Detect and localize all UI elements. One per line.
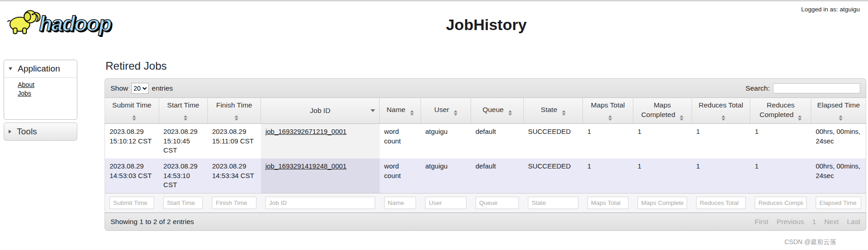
sort-icon bbox=[184, 115, 187, 121]
sort-icon bbox=[680, 115, 683, 121]
sort-icon bbox=[608, 115, 612, 121]
application-nav-box: Application AboutJobs bbox=[4, 60, 77, 120]
filter-input-finish-time[interactable] bbox=[212, 197, 256, 209]
show-label: Show bbox=[110, 84, 128, 92]
column-label: Start Time bbox=[167, 101, 200, 109]
column-label: State bbox=[541, 106, 557, 113]
filter-input-state[interactable] bbox=[528, 197, 578, 209]
sort-icon bbox=[839, 115, 843, 121]
tools-section-toggle[interactable]: Tools bbox=[4, 122, 77, 141]
column-header-queue[interactable]: Queue bbox=[471, 98, 524, 124]
sort-icon bbox=[562, 110, 566, 116]
entries-label: entries bbox=[152, 84, 173, 92]
column-label: Elapsed Time bbox=[817, 101, 860, 109]
cell-job-id: job_1693291419248_0001 bbox=[261, 158, 380, 194]
column-header-state[interactable]: State bbox=[523, 98, 583, 124]
column-label: Reduces Completed bbox=[759, 101, 794, 118]
table-row: 2023.08.29 14:53:03 CST2023.08.29 14:53:… bbox=[105, 158, 866, 194]
column-label: User bbox=[434, 106, 449, 113]
filter-input-user[interactable] bbox=[425, 197, 466, 209]
jobhistory-page: Logged in as: atguigu hadoop JobHistory bbox=[0, 0, 868, 250]
cell-user: atguigu bbox=[421, 123, 471, 158]
table-footer: Showing 1 to 2 of 2 entries FirstPreviou… bbox=[105, 213, 866, 231]
filter-row bbox=[105, 194, 866, 213]
cell-maps-completed: 1 bbox=[633, 123, 692, 158]
column-header-reduces-total[interactable]: Reduces Total bbox=[692, 98, 750, 124]
cell-finish-time: 2023.08.29 15:11:09 CST bbox=[207, 123, 261, 158]
column-label: Job ID bbox=[310, 107, 331, 114]
pagination-last[interactable]: Last bbox=[847, 218, 860, 226]
hadoop-logo[interactable]: hadoop bbox=[5, 7, 111, 35]
cell-user: atguigu bbox=[421, 158, 471, 194]
page-size-select[interactable]: 20 bbox=[131, 83, 149, 94]
pagination-first[interactable]: First bbox=[755, 218, 768, 226]
job-id-link[interactable]: job_1693292671219_0001 bbox=[266, 128, 347, 135]
filter-input-submit-time[interactable] bbox=[110, 197, 154, 209]
section-heading: Retired Jobs bbox=[105, 60, 865, 72]
job-id-link[interactable]: job_1693291419248_0001 bbox=[266, 162, 347, 170]
caret-right-icon bbox=[9, 130, 11, 133]
sort-icon bbox=[798, 115, 802, 121]
search-label: Search: bbox=[746, 84, 770, 92]
pagination-next[interactable]: Next bbox=[824, 218, 839, 226]
cell-state: SUCCEEDED bbox=[523, 123, 583, 158]
search-input[interactable] bbox=[773, 83, 860, 93]
cell-reduces-completed: 1 bbox=[750, 123, 811, 158]
cell-name: word count bbox=[380, 158, 421, 194]
column-header-user[interactable]: User bbox=[421, 98, 471, 124]
cell-elapsed-time: 00hrs, 00mins, 24sec bbox=[811, 123, 866, 158]
column-label: Maps Total bbox=[591, 101, 625, 109]
cell-reduces-total: 1 bbox=[692, 158, 750, 194]
filter-input-elapsed-time[interactable] bbox=[816, 197, 861, 209]
sort-icon bbox=[235, 115, 238, 121]
pagination-previous[interactable]: Previous bbox=[777, 218, 804, 226]
tools-section-label: Tools bbox=[17, 127, 37, 137]
filter-input-reduces-completed[interactable] bbox=[755, 197, 807, 209]
application-section-toggle[interactable]: Application bbox=[4, 60, 77, 78]
sort-icon bbox=[508, 110, 512, 116]
column-header-submit-time[interactable]: Submit Time bbox=[105, 98, 159, 124]
hadoop-elephant-icon bbox=[5, 7, 44, 35]
filter-input-job-id[interactable] bbox=[266, 197, 375, 209]
sort-desc-icon bbox=[371, 109, 375, 112]
column-header-start-time[interactable]: Start Time bbox=[159, 98, 207, 124]
cell-reduces-completed: 1 bbox=[750, 158, 811, 194]
pagination: FirstPrevious1NextLast bbox=[755, 218, 860, 226]
sort-icon bbox=[410, 110, 414, 116]
column-header-job-id[interactable]: Job ID bbox=[261, 98, 380, 124]
cell-reduces-total: 1 bbox=[692, 123, 750, 158]
pagination-page-1[interactable]: 1 bbox=[812, 218, 816, 226]
cell-queue: default bbox=[471, 123, 524, 158]
column-header-finish-time[interactable]: Finish Time bbox=[207, 98, 261, 124]
cell-state: SUCCEEDED bbox=[523, 158, 583, 194]
cell-maps-total: 1 bbox=[583, 123, 633, 158]
cell-elapsed-time: 00hrs, 00mins, 24sec bbox=[811, 158, 866, 194]
column-header-maps-total[interactable]: Maps Total bbox=[583, 98, 633, 124]
column-label: Reduces Total bbox=[699, 101, 743, 109]
cell-name: word count bbox=[380, 123, 421, 158]
cell-queue: default bbox=[471, 158, 524, 194]
filter-input-name[interactable] bbox=[384, 197, 416, 209]
column-label: Name bbox=[386, 106, 405, 113]
hadoop-logo-text: hadoop bbox=[39, 13, 111, 35]
application-section-label: Application bbox=[18, 64, 60, 74]
column-header-reduces-completed[interactable]: Reduces Completed bbox=[750, 98, 811, 124]
column-header-maps-completed[interactable]: Maps Completed bbox=[633, 98, 692, 124]
sort-icon bbox=[722, 115, 725, 121]
filter-input-queue[interactable] bbox=[476, 197, 519, 209]
cell-job-id: job_1693292671219_0001 bbox=[261, 123, 380, 158]
filter-input-reduces-total[interactable] bbox=[696, 197, 746, 209]
filter-input-maps-completed[interactable] bbox=[637, 197, 687, 209]
cell-start-time: 2023.08.29 15:10:45 CST bbox=[159, 123, 207, 158]
column-header-name[interactable]: Name bbox=[380, 98, 421, 124]
page-header: hadoop JobHistory bbox=[0, 13, 868, 46]
main-content: Retired Jobs Show 20 entries Search: Sub… bbox=[105, 60, 868, 231]
filter-input-start-time[interactable] bbox=[163, 197, 203, 209]
column-label: Maps Completed bbox=[641, 101, 675, 118]
sidebar-link-about[interactable]: About bbox=[18, 81, 35, 88]
column-header-elapsed-time[interactable]: Elapsed Time bbox=[811, 98, 866, 124]
caret-down-icon bbox=[9, 67, 12, 70]
filter-input-maps-total[interactable] bbox=[587, 197, 628, 209]
sort-icon bbox=[454, 110, 457, 116]
sidebar-link-jobs[interactable]: Jobs bbox=[18, 90, 31, 97]
